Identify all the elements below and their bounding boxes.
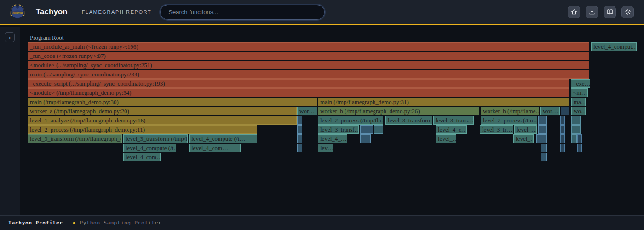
flame-bar[interactable]: level_3_transf… (318, 125, 359, 134)
flame-bar[interactable]: wor… (540, 107, 560, 115)
theme-button[interactable] (621, 6, 634, 18)
flame-bar[interactable]: <module> (.../sampling/_sync_coordinator… (28, 61, 589, 69)
flame-bar[interactable] (297, 116, 302, 125)
flame-bar[interactable]: level_3_transform (/tmp/fl… (123, 134, 188, 143)
status-bar: Tachyon Profiler ● Python Sampling Profi… (0, 215, 644, 230)
app-title: Tachyon (36, 7, 68, 17)
status-profiler-label: Python Sampling Profiler (80, 220, 161, 226)
program-root-label[interactable]: Program Root (30, 34, 63, 41)
flame-bar[interactable] (560, 134, 565, 143)
flame-bar[interactable]: lev… (318, 144, 334, 152)
flame-bar[interactable]: wo… (571, 107, 586, 115)
flame-bar[interactable] (536, 134, 547, 143)
svg-text:Tachyon: Tachyon (12, 11, 23, 14)
flame-bar[interactable] (571, 116, 581, 125)
flame-bar[interactable]: level_4_c… (436, 125, 467, 134)
flame-bar[interactable]: level_… (513, 134, 534, 143)
flame-bar[interactable]: level_2_process (/tmp/flamegraph_demo.py… (28, 125, 257, 134)
flame-bar[interactable]: level_1_analyze (/tmp/flamegraph_demo.py… (28, 116, 297, 125)
flame-bar[interactable]: main (.../sampling/_sync_coordinator.py:… (28, 70, 589, 79)
flame-bar[interactable] (560, 116, 565, 125)
flame-bar[interactable]: _execute_script (.../sampling/_sync_coor… (28, 79, 569, 88)
flame-bar[interactable]: level_… (436, 134, 456, 143)
flame-bar[interactable]: level_4_… (318, 134, 347, 143)
book-icon (606, 8, 614, 16)
header-divider (75, 7, 75, 17)
download-icon (588, 8, 596, 16)
sidebar: › (0, 27, 20, 215)
flame-bar[interactable] (297, 125, 302, 134)
flame-bar[interactable]: level_… (514, 125, 537, 134)
flame-bar[interactable]: _exe… (571, 79, 590, 88)
flame-bar[interactable] (577, 134, 582, 143)
flame-bar[interactable] (538, 125, 547, 134)
flame-bar[interactable] (560, 144, 565, 152)
flame-bar[interactable]: level_2_process (/tmp/fla… (318, 116, 383, 125)
flame-bar[interactable] (297, 134, 302, 143)
sun-icon (624, 8, 632, 16)
flame-bar[interactable]: level_4_comput… (591, 42, 637, 51)
flame-bar[interactable]: worker_b (/tmp/flamegraph_demo.py:26) (318, 107, 479, 115)
home-button[interactable] (568, 6, 580, 18)
flame-bar[interactable] (538, 116, 547, 125)
flame-bar[interactable] (577, 144, 582, 152)
flame-bar[interactable] (571, 134, 577, 143)
flame-bar[interactable]: level_3_transform (/tmp/flamegraph_dem… (28, 134, 122, 143)
flame-bar[interactable]: level_4_com… (123, 153, 161, 161)
flame-bar[interactable]: level_4_compute (/t… (189, 134, 257, 143)
flame-bar[interactable]: worker_a (/tmp/flamegraph_demo.py:20) (28, 107, 297, 115)
chevron-right-icon: › (9, 34, 11, 41)
flame-bar[interactable] (541, 153, 547, 161)
status-app-label: Tachyon Profiler (8, 220, 63, 226)
flame-bar[interactable] (541, 144, 547, 152)
flame-bar[interactable]: ma… (571, 98, 586, 106)
flame-bar[interactable]: main (/tmp/flamegraph_demo.py:30) (28, 98, 317, 106)
flame-bar[interactable]: main (/tmp/flamegraph_demo.py:31) (318, 98, 569, 106)
flame-bar[interactable]: level_3_tr… (480, 125, 513, 134)
toolbar (568, 6, 634, 18)
home-icon (570, 8, 578, 16)
report-type-label: FLAMEGRAPH REPORT (82, 9, 152, 15)
flame-bar[interactable]: level_3_transform… (385, 116, 432, 125)
flame-bar[interactable] (374, 125, 383, 134)
tachyon-logo-icon: Tachyon (8, 2, 27, 22)
flame-bar[interactable]: <module> (/tmp/flamegraph_demo.py:34) (28, 88, 569, 97)
flame-bar[interactable]: worker_b (/tmp/flame… (481, 107, 539, 115)
flame-bar[interactable] (360, 125, 373, 134)
flame-bar[interactable] (360, 134, 371, 143)
status-dot-icon: ● (73, 221, 76, 225)
flame-bar[interactable]: _run_code (<frozen runpy>:87) (28, 52, 589, 60)
flame-bar[interactable] (561, 107, 569, 115)
flamegraph-bars: _run_module_as_main (<frozen runpy>:196)… (28, 42, 637, 163)
flame-bar[interactable]: level_2_process (/tm… (481, 116, 537, 125)
header: Tachyon Tachyon FLAMEGRAPH REPORT (0, 0, 644, 25)
flame-bar[interactable] (560, 125, 565, 134)
download-button[interactable] (586, 6, 598, 18)
search-input[interactable] (160, 5, 325, 20)
flame-bar[interactable]: level_4_com… (189, 144, 241, 152)
flame-bar[interactable]: level_3_trans… (433, 116, 474, 125)
flame-bar[interactable]: level_4_compute (/t… (123, 144, 176, 152)
flame-bar[interactable]: wor… (297, 107, 317, 115)
flame-bar[interactable]: _run_module_as_main (<frozen runpy>:196) (28, 42, 589, 51)
sidebar-toggle-button[interactable]: › (5, 32, 15, 42)
flame-bar[interactable]: <m… (571, 88, 588, 97)
docs-button[interactable] (604, 6, 616, 18)
flame-bar[interactable] (571, 125, 581, 134)
flame-bar[interactable] (297, 144, 302, 152)
